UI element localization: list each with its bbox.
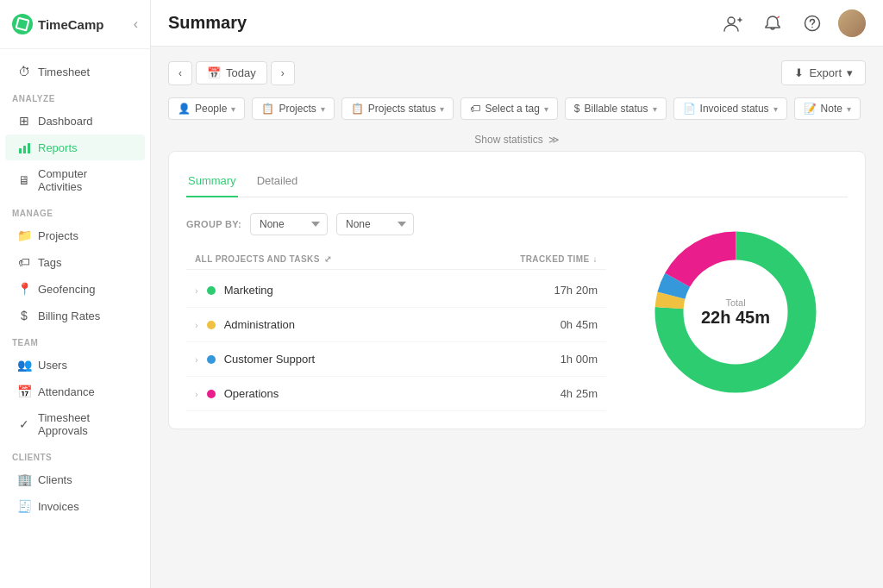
total-label: Total [701, 297, 770, 308]
sidebar-item-computer-activities[interactable]: 🖥 Computer Activities [5, 161, 145, 199]
total-value: 22h 45m [701, 308, 770, 328]
date-navigation: ‹ 📅 Today › ⬇ Export ▾ [168, 60, 866, 85]
filter-label: Projects status [368, 103, 436, 115]
help-icon[interactable] [798, 9, 826, 37]
col-projects-label: ALL PROJECTS AND TASKS [195, 254, 320, 264]
sidebar-item-label: Projects [38, 229, 78, 242]
row-left: › Marketing [195, 284, 273, 297]
group-by-select-2[interactable]: None Project User Tag Date [336, 213, 414, 235]
table-row[interactable]: › Marketing 17h 20m [186, 273, 606, 308]
row-expand-icon: › [195, 389, 198, 399]
filter-label: Note [821, 103, 842, 115]
sidebar-navigation: ⏱ Timesheet ANALYZE ⊞ Dashboard Reports … [0, 49, 150, 588]
tracked-time: 4h 25m [560, 387, 598, 400]
add-user-button[interactable] [719, 9, 747, 37]
row-expand-icon: › [195, 285, 198, 296]
col-time: TRACKED TIME ↓ [520, 254, 598, 264]
tab-summary[interactable]: Summary [186, 169, 238, 197]
expand-icon[interactable]: ⤢ [324, 254, 331, 264]
filter-billable-status-button[interactable]: $ Billable status ▾ [565, 97, 667, 120]
col-time-label: TRACKED TIME [520, 254, 589, 264]
filter-label: Invoiced status [700, 103, 769, 115]
tabs-row: Summary Detailed [186, 169, 848, 197]
sidebar-item-users[interactable]: 👥 Users [5, 352, 145, 378]
sidebar-item-dashboard[interactable]: ⊞ Dashboard [5, 108, 145, 134]
sidebar-item-attendance[interactable]: 📅 Attendance [5, 378, 145, 404]
group-by-select-1[interactable]: None Project User Tag Date [250, 213, 328, 235]
sidebar-item-label: Clients [38, 473, 72, 486]
clients-section-label: CLIENTS [0, 444, 150, 466]
logo-text: TimeCamp [38, 17, 103, 32]
summary-card: Summary Detailed GROUP BY: None Project … [168, 151, 866, 429]
filter-people-button[interactable]: 👤 People ▾ [168, 97, 245, 120]
logo-icon [12, 14, 33, 34]
filter-projects-status-button[interactable]: 📋 Projects status ▾ [341, 97, 454, 120]
chevron-down-icon: ▾ [847, 104, 851, 114]
sidebar-item-billing-rates[interactable]: $ Billing Rates [5, 303, 145, 328]
sidebar-item-label: Billing Rates [38, 310, 100, 322]
table-row[interactable]: › Operations 4h 25m [186, 377, 606, 411]
team-section-label: TEAM [0, 329, 150, 351]
main-content: Summary ‹ 📅 Today [151, 0, 883, 588]
svg-rect-2 [28, 143, 30, 153]
sidebar-item-reports[interactable]: Reports [5, 134, 145, 160]
page-header: Summary [151, 0, 883, 47]
today-label: Today [226, 66, 256, 79]
filter-invoiced-status-button[interactable]: 📄 Invoiced status ▾ [673, 97, 787, 120]
sidebar-item-invoices[interactable]: 🧾 Invoices [5, 493, 145, 519]
filter-select-tag-button[interactable]: 🏷 Select a tag ▾ [460, 97, 557, 120]
sort-icon[interactable]: ↓ [593, 254, 598, 264]
sidebar-item-timesheet-approvals[interactable]: ✓ Timesheet Approvals [5, 405, 145, 443]
row-expand-icon: › [195, 320, 198, 330]
marketing-dot [207, 286, 216, 295]
sidebar-item-geofencing[interactable]: 📍 Geofencing [5, 276, 145, 302]
next-date-button[interactable]: › [271, 61, 295, 85]
sidebar-logo: TimeCamp ‹ [0, 0, 150, 49]
sidebar-item-label: Invoices [38, 500, 79, 513]
notification-icon[interactable] [759, 9, 786, 37]
date-controls: ‹ 📅 Today › [168, 61, 295, 85]
filter-projects-button[interactable]: 📋 Projects ▾ [252, 97, 334, 120]
today-button[interactable]: 📅 Today [196, 61, 267, 84]
avatar[interactable] [838, 9, 866, 37]
dashboard-icon: ⊞ [17, 114, 31, 128]
sidebar-item-projects[interactable]: 📁 Projects [5, 222, 145, 248]
operations-dot [207, 390, 216, 398]
tracked-time: 0h 45m [560, 318, 598, 331]
project-name: Operations [224, 387, 279, 400]
table-row[interactable]: › Customer Support 1h 00m [186, 342, 606, 377]
export-icon: ⬇ [794, 66, 804, 79]
sidebar-item-label: Users [38, 359, 67, 372]
export-label: Export [809, 66, 842, 79]
tag-icon: 🏷 [470, 103, 480, 115]
sidebar-item-timesheet[interactable]: ⏱ Timesheet [5, 59, 145, 84]
export-button[interactable]: ⬇ Export ▾ [781, 60, 866, 85]
sidebar-item-clients[interactable]: 🏢 Clients [5, 466, 145, 492]
prev-date-button[interactable]: ‹ [168, 61, 192, 85]
tracked-time: 1h 00m [560, 353, 598, 366]
reports-icon [17, 141, 31, 154]
table-header: ALL PROJECTS AND TASKS ⤢ TRACKED TIME ↓ [186, 249, 606, 270]
geofencing-icon: 📍 [17, 282, 31, 296]
sidebar-item-tags[interactable]: 🏷 Tags [5, 249, 145, 275]
show-statistics-button[interactable]: Show statistics ≫ [168, 128, 866, 151]
page-title: Summary [168, 13, 247, 33]
invoices-icon: 🧾 [17, 499, 31, 513]
sidebar-collapse-button[interactable]: ‹ [134, 16, 138, 32]
filter-label: Billable status [585, 103, 648, 115]
page-content: ‹ 📅 Today › ⬇ Export ▾ 👤 People ▾ 📋 [151, 47, 883, 588]
sidebar-item-label: Reports [38, 141, 78, 154]
chevron-down-icon: ▾ [544, 104, 548, 114]
tab-detailed[interactable]: Detailed [255, 169, 300, 197]
projects-status-icon: 📋 [351, 103, 364, 115]
chevron-down-icon: ▾ [847, 66, 853, 79]
svg-rect-0 [19, 148, 22, 153]
computer-activities-icon: 🖥 [17, 173, 31, 187]
table-row[interactable]: › Administration 0h 45m [186, 308, 606, 342]
filter-label: Select a tag [485, 103, 539, 115]
col-projects: ALL PROJECTS AND TASKS ⤢ [195, 254, 331, 264]
attendance-icon: 📅 [17, 385, 31, 398]
projects-icon: 📁 [17, 228, 31, 242]
filter-note-button[interactable]: 📝 Note ▾ [794, 97, 861, 120]
clients-icon: 🏢 [17, 472, 31, 486]
